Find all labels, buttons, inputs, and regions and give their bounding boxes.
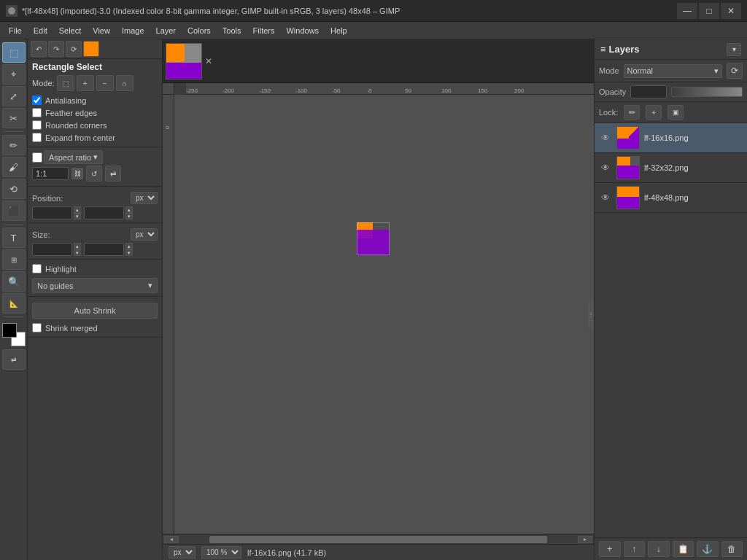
aspect-ratio-dropdown[interactable]: Aspect ratio ▾ — [44, 150, 103, 164]
tool-options-panel: ↶ ↷ ⟳ Rectangle Select Mode: ⬚ + − ∩ Ant… — [28, 39, 163, 560]
scroll-thumb-h[interactable] — [209, 536, 547, 543]
ratio-reset-btn[interactable]: ↺ — [86, 166, 102, 182]
ratio-chain-icon[interactable]: ⛓ — [71, 168, 83, 179]
thumbnail-close-icon[interactable]: ✕ — [205, 56, 212, 66]
raise-layer-button[interactable]: ↑ — [624, 541, 646, 557]
eraser-tool[interactable]: ⟲ — [2, 179, 26, 199]
menu-colors[interactable]: Colors — [182, 25, 217, 36]
highlight-checkbox[interactable] — [32, 264, 42, 273]
position-unit-select[interactable]: px — [131, 192, 158, 204]
size-h-down-arrow[interactable]: ▾ — [125, 249, 133, 256]
layers-menu-button[interactable]: ▾ — [727, 43, 741, 56]
anchor-layer-button[interactable]: ⚓ — [697, 541, 719, 557]
canvas-viewport[interactable]: ⋮ — [174, 95, 594, 534]
position-x-down-arrow[interactable]: ▾ — [74, 213, 81, 219]
paintbrush-tool[interactable]: 🖌 — [2, 157, 26, 177]
menu-layer[interactable]: Layer — [150, 25, 182, 36]
free-select-tool[interactable]: ⤢ — [2, 86, 26, 106]
size-w-input[interactable]: 0 — [32, 243, 72, 256]
text-tool[interactable]: T — [2, 228, 26, 248]
swap-colors-icon[interactable]: ⇄ — [2, 349, 26, 370]
menu-filters[interactable]: Filters — [247, 25, 281, 36]
fuzzy-select-tool[interactable]: ✂ — [2, 108, 26, 128]
position-x-up-arrow[interactable]: ▴ — [74, 206, 81, 213]
new-layer-button[interactable]: + — [599, 541, 621, 557]
horizontal-scrollbar[interactable]: ◂ ▸ — [163, 534, 594, 544]
menu-windows[interactable]: Windows — [280, 25, 325, 36]
zoom-tool[interactable]: 🔍 — [2, 271, 26, 292]
delete-layer-button[interactable]: 🗑 — [721, 541, 743, 557]
menu-help[interactable]: Help — [325, 25, 353, 36]
menu-select[interactable]: Select — [53, 25, 88, 36]
menu-image[interactable]: Image — [116, 25, 150, 36]
layers-mode-dropdown[interactable]: Normal ▾ — [624, 64, 722, 78]
layer-mode-refresh-btn[interactable]: ⟳ — [727, 63, 743, 79]
minimize-button[interactable]: — — [677, 3, 697, 19]
position-y-up-arrow[interactable]: ▴ — [125, 206, 133, 213]
layer-visibility-16-icon[interactable]: 👁 — [599, 131, 612, 144]
opacity-input[interactable]: 100.0 — [630, 85, 667, 98]
mode-subtract-btn[interactable]: − — [96, 75, 114, 91]
layer-item-48[interactable]: 👁 lf-48x48.png — [595, 183, 747, 213]
scroll-right-btn[interactable]: ▸ — [578, 536, 592, 543]
lower-layer-button[interactable]: ↓ — [648, 541, 670, 557]
size-h-up-arrow[interactable]: ▴ — [125, 243, 133, 249]
size-w-down-arrow[interactable]: ▾ — [74, 249, 81, 256]
status-unit-select[interactable]: px — [169, 546, 196, 559]
guides-dropdown[interactable]: No guides ▾ — [32, 278, 158, 293]
rectangle-select-tool[interactable]: ⬚ — [2, 42, 26, 63]
antialiasing-checkbox[interactable] — [32, 96, 42, 105]
scroll-left-btn[interactable]: ◂ — [164, 536, 179, 543]
layers-panel: ≡ Layers ▾ Mode Normal ▾ ⟳ Opacity 100.0… — [594, 39, 747, 560]
restore-icon[interactable]: ⟳ — [66, 41, 82, 57]
menu-view[interactable]: View — [87, 25, 116, 36]
expand-from-center-checkbox[interactable] — [32, 133, 42, 142]
feather-edges-checkbox[interactable] — [32, 108, 42, 117]
foreground-color[interactable] — [2, 323, 17, 338]
position-y-down-arrow[interactable]: ▾ — [125, 213, 133, 219]
redo-history-icon[interactable]: ↷ — [48, 41, 64, 57]
lock-pixels-btn[interactable]: ✏ — [624, 105, 640, 120]
opacity-bar[interactable] — [671, 87, 743, 97]
bucket-fill-tool[interactable]: ⬛ — [2, 201, 26, 221]
measure-tool[interactable]: 📐 — [2, 293, 26, 314]
undo-history-icon[interactable]: ↶ — [31, 41, 47, 57]
panel-collapse-handle-left[interactable]: ⋮ — [588, 300, 594, 329]
fixed-checkbox[interactable] — [32, 152, 42, 163]
image-thumbnail[interactable] — [166, 43, 202, 79]
mode-add-btn[interactable]: + — [77, 75, 94, 91]
position-y-input[interactable]: -201 — [84, 206, 124, 219]
layer-item-32[interactable]: 👁 lf-32x32.png — [595, 153, 747, 183]
lock-position-btn[interactable]: + — [646, 105, 662, 120]
ratio-swap-btn[interactable]: ⇄ — [105, 166, 121, 182]
status-zoom-select[interactable]: 100 % — [201, 546, 241, 559]
pencil-tool[interactable]: ✏ — [2, 135, 26, 155]
layer-visibility-48-icon[interactable]: 👁 — [599, 191, 612, 204]
ellipse-select-tool[interactable]: ⌖ — [2, 64, 26, 85]
size-w-up-arrow[interactable]: ▴ — [74, 243, 81, 249]
align-tool[interactable]: ⊞ — [2, 249, 26, 270]
layer-item-16[interactable]: 👁 lf-16x16.png — [595, 123, 747, 153]
color-boxes[interactable] — [2, 323, 26, 346]
menu-edit[interactable]: Edit — [28, 25, 53, 36]
window-title: *[lf-48x48] (imported)-3.0 (Indexed colo… — [22, 7, 677, 15]
rounded-corners-checkbox[interactable] — [32, 120, 42, 130]
mode-replace-btn[interactable]: ⬚ — [57, 75, 74, 91]
shrink-merged-checkbox[interactable] — [32, 323, 42, 332]
mode-intersect-btn[interactable]: ∩ — [116, 75, 133, 91]
position-x-input[interactable]: 221 — [32, 206, 72, 219]
lock-alpha-btn[interactable]: ▣ — [667, 105, 684, 120]
duplicate-layer-button[interactable]: 📋 — [673, 541, 694, 557]
menu-file[interactable]: File — [3, 25, 28, 36]
color-indicator[interactable] — [83, 41, 99, 57]
size-unit-select[interactable]: px — [131, 228, 158, 241]
maximize-button[interactable]: □ — [699, 3, 719, 19]
ratio-input[interactable] — [32, 167, 69, 180]
antialiasing-row: Antialiasing — [32, 94, 158, 106]
menu-tools[interactable]: Tools — [217, 25, 247, 36]
layers-icon: ≡ — [600, 44, 606, 55]
close-button[interactable]: ✕ — [721, 3, 741, 19]
size-h-input[interactable]: 0 — [84, 243, 124, 256]
layer-visibility-32-icon[interactable]: 👁 — [599, 161, 612, 174]
auto-shrink-button[interactable]: Auto Shrink — [32, 303, 158, 319]
